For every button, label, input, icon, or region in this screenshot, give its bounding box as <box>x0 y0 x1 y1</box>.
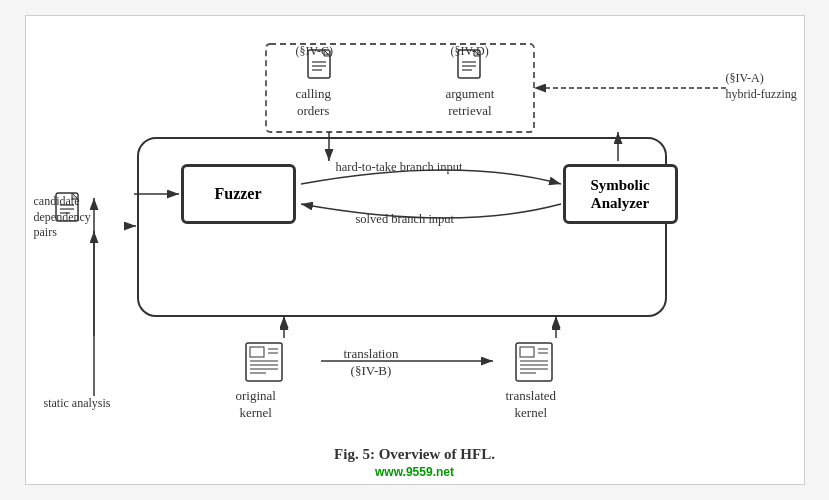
fuzzer-label: Fuzzer <box>214 185 261 203</box>
calling-orders-label: callingorders <box>296 86 331 120</box>
original-kernel-doc-icon <box>244 341 286 385</box>
candidate-dependency-label: candidatedependencypairs <box>34 194 91 241</box>
fuzzer-box: Fuzzer <box>181 164 296 224</box>
translation-label: translation(§IV-B) <box>344 346 399 380</box>
arrows-svg <box>26 16 804 484</box>
calling-orders-section-label: (§IV-C) <box>296 44 334 60</box>
solved-branch-label: solved branch input <box>356 211 455 227</box>
hybrid-fuzzing-label: (§IV-A)hybrid-fuzzing <box>726 71 797 102</box>
hard-to-take-label: hard-to-take branch input <box>336 159 463 175</box>
symbolic-analyzer-box: SymbolicAnalyzer <box>563 164 678 224</box>
watermark: www.9559.net <box>375 465 454 479</box>
symbolic-analyzer-label: SymbolicAnalyzer <box>590 176 649 212</box>
figure-caption: Fig. 5: Overview of HFL. <box>26 445 804 465</box>
translated-kernel-label: translatedkernel <box>506 388 557 422</box>
argument-retrieval-section-label: (§IV-D) <box>451 44 489 60</box>
static-analysis-label: static analysis <box>44 396 111 412</box>
original-kernel-label: originalkernel <box>236 388 276 422</box>
argument-retrieval-label: argumentretrieval <box>446 86 495 120</box>
diagram-container: Fuzzer SymbolicAnalyzer <box>25 15 805 485</box>
translated-kernel-doc-icon <box>514 341 556 385</box>
